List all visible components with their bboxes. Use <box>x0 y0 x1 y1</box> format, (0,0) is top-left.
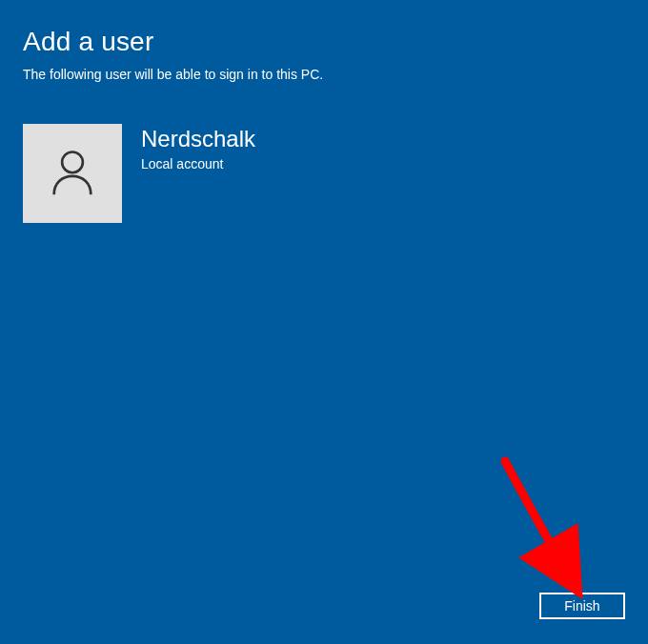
user-icon <box>45 144 100 203</box>
finish-button[interactable]: Finish <box>539 593 625 619</box>
annotation-arrow-icon <box>494 455 608 598</box>
account-type-label: Local account <box>141 156 255 171</box>
username-label: Nerdschalk <box>141 126 255 152</box>
avatar <box>23 124 122 223</box>
svg-point-0 <box>62 151 83 172</box>
user-summary: Nerdschalk Local account <box>23 124 625 223</box>
page-subtitle: The following user will be able to sign … <box>23 67 625 82</box>
page-title: Add a user <box>23 27 625 57</box>
button-row: Finish <box>539 593 625 619</box>
